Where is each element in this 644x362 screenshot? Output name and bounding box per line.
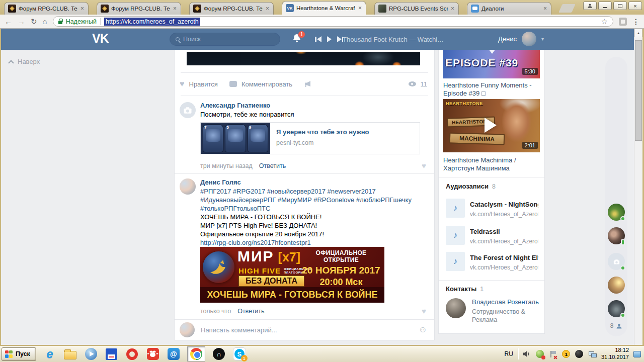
- tray-app-icon[interactable]: [575, 350, 584, 358]
- tab-rpg-events[interactable]: RPG-CLUB Events Screensh ×: [374, 2, 459, 15]
- internet-explorer-icon[interactable]: e: [43, 347, 57, 361]
- commenter-avatar[interactable]: [180, 178, 196, 195]
- mediaget-icon[interactable]: ∩: [212, 347, 226, 361]
- restore-button[interactable]: [613, 2, 627, 10]
- tab-close-icon[interactable]: ×: [80, 6, 85, 12]
- back-button[interactable]: ←: [5, 18, 12, 25]
- scrollbar-thumb[interactable]: [635, 40, 642, 141]
- like-button[interactable]: Нравится: [189, 80, 218, 88]
- friend-avatar[interactable]: [608, 227, 625, 244]
- vk-logo[interactable]: VK: [92, 31, 109, 46]
- bookmark-star-icon[interactable]: ☆: [601, 17, 608, 26]
- forward-button[interactable]: →: [18, 18, 25, 25]
- friend-avatar-placeholder[interactable]: [608, 253, 625, 270]
- show-desktop-button[interactable]: [633, 351, 641, 357]
- tab-close-icon[interactable]: ×: [265, 6, 270, 12]
- contact-avatar: [446, 298, 466, 318]
- comment-icon[interactable]: [229, 81, 237, 87]
- hashtag-line[interactable]: #ИдунановыйсерверРПГ #МируМИР #RPGonelov…: [200, 196, 412, 204]
- security-alert-flag-icon[interactable]: [549, 350, 557, 358]
- tray-clock[interactable]: 18:12 31.10.2017: [601, 347, 629, 361]
- back-to-top-link[interactable]: Наверх: [9, 58, 40, 65]
- hashtag-line[interactable]: #толькоРПГтолькоПТС: [200, 205, 270, 212]
- play-button[interactable]: [327, 36, 332, 42]
- contacts-section-header[interactable]: Контакты 1: [446, 285, 484, 293]
- comment-like-icon[interactable]: ♥: [422, 161, 426, 170]
- hashtag-line[interactable]: #РПГ2017 #RPG2017 #новыйсервер2017 #news…: [200, 188, 376, 195]
- emoji-smiley-icon[interactable]: ☺: [419, 325, 427, 335]
- reply-button[interactable]: Ответить: [259, 162, 286, 169]
- friends-online-count[interactable]: 8: [605, 322, 627, 329]
- comment-author[interactable]: Александр Гнатиенко: [200, 102, 270, 109]
- amigo-browser-icon[interactable]: @: [167, 347, 181, 361]
- friend-avatar[interactable]: [608, 204, 625, 221]
- link-attachment-card[interactable]: 7 5 9 Я уверен что тебе это нужно pesni-…: [200, 122, 420, 154]
- post-image[interactable]: [187, 52, 420, 65]
- scrollbar[interactable]: ▲: [634, 29, 642, 345]
- comment-button[interactable]: Комментировать: [242, 80, 292, 88]
- contact-name[interactable]: Владислав Розенталь: [472, 298, 539, 306]
- tab-dialogs[interactable]: Диалоги ×: [467, 2, 551, 15]
- reload-button[interactable]: ↻: [31, 18, 37, 25]
- tab-close-icon[interactable]: ×: [358, 5, 362, 11]
- video-thumbnail-1[interactable]: 5:30 EPISODE #39: [443, 50, 540, 78]
- gom-player-icon[interactable]: [146, 347, 160, 361]
- friend-avatar[interactable]: [608, 277, 625, 294]
- reply-button[interactable]: Ответить: [237, 308, 264, 315]
- audio-item[interactable]: ♪ Teldrassil vk.com/Heroes_of_Azeroth: [446, 226, 538, 245]
- contact-item[interactable]: Владислав Розенталь Сотрудничество & Рек…: [446, 298, 539, 324]
- share-megaphone-icon[interactable]: [304, 80, 312, 88]
- scroll-up-arrow[interactable]: ▲: [634, 29, 642, 37]
- now-playing-track[interactable]: Thousand Foot Krutch — Watching ...: [343, 36, 447, 43]
- comment-author[interactable]: Денис Голяс: [200, 178, 241, 186]
- tab-forum-rpg-3[interactable]: Форум RPG-CLUB. Тема: М ×: [189, 2, 274, 15]
- video-thumbnail-2[interactable]: HEARTHSTONE HEARTHSTONE MACHINIMA 2:01: [443, 99, 540, 152]
- user-menu[interactable]: Денис ▾: [498, 32, 544, 46]
- attachment-title[interactable]: Я уверен что тебе это нужно: [276, 128, 369, 136]
- comment-link[interactable]: http://rpg-club.org/ns2017hfcontestpr1: [200, 239, 311, 246]
- tab-vk-active[interactable]: VK Hearthstone & Warcraft | H ×: [282, 1, 366, 15]
- video-title[interactable]: Hearthstone Funny Moments - Episode #39 …: [443, 81, 541, 98]
- comment-like-icon[interactable]: ♥: [422, 307, 426, 315]
- tab-close-icon[interactable]: ×: [450, 6, 455, 12]
- antivirus-tray-icon[interactable]: [536, 350, 544, 358]
- update-alert-icon[interactable]: 1: [562, 350, 571, 358]
- volume-icon[interactable]: [523, 350, 531, 358]
- close-window-button[interactable]: ×: [628, 2, 642, 10]
- media-player-icon[interactable]: [84, 347, 98, 361]
- security-label[interactable]: Надежный: [66, 18, 97, 25]
- language-indicator[interactable]: RU: [505, 350, 513, 357]
- notifications-button[interactable]: 1: [292, 33, 305, 46]
- tab-close-icon[interactable]: ×: [173, 6, 177, 12]
- network-icon[interactable]: [588, 350, 597, 358]
- previous-track-button[interactable]: [315, 36, 321, 42]
- opera-icon[interactable]: [125, 347, 139, 361]
- floppy-save-icon[interactable]: [105, 347, 119, 361]
- video-title[interactable]: Hearthstone Machinima / Хартстоун Машини…: [443, 156, 541, 172]
- audio-item[interactable]: ♪ Cataclysm - NightSong vk.com/Heroes_of…: [446, 199, 538, 218]
- chrome-active-icon[interactable]: [187, 346, 205, 361]
- search-input[interactable]: Поиск: [170, 33, 280, 46]
- extension-icon[interactable]: [619, 18, 627, 26]
- address-bar[interactable]: Надежный https://vk.com/heroes_of_azerot…: [53, 16, 613, 27]
- comment-input[interactable]: Написать комментарий...: [201, 326, 413, 334]
- browser-tab-strip: Форум RPG-CLUB. Тема: R × Форум RPG-CLUB…: [0, 0, 644, 15]
- file-explorer-icon[interactable]: [63, 347, 77, 361]
- audio-section-header[interactable]: Аудиозаписи 8: [446, 183, 496, 190]
- tab-forum-rpg-2[interactable]: Форум RPG-CLUB. Тема: М ×: [97, 2, 181, 15]
- home-button[interactable]: ⌂: [43, 18, 47, 25]
- tab-close-icon[interactable]: ×: [543, 6, 547, 12]
- like-icon[interactable]: ♥: [180, 79, 185, 88]
- friend-avatar[interactable]: [608, 300, 625, 317]
- new-tab-button[interactable]: [558, 4, 576, 13]
- start-button[interactable]: Пуск: [2, 347, 36, 361]
- profile-button[interactable]: [583, 2, 597, 10]
- audio-item[interactable]: ♪ The Forest of Night Elves vk.com/Heroe…: [446, 252, 538, 271]
- tab-forum-rpg-1[interactable]: Форум RPG-CLUB. Тема: R ×: [4, 2, 89, 15]
- minimize-button[interactable]: [598, 2, 612, 10]
- skype-icon[interactable]: S1: [232, 347, 247, 361]
- browser-menu-icon[interactable]: ⋮: [632, 18, 639, 26]
- promo-banner-image[interactable]: МИР [x7] HIGH FIVE ОФИЦИАЛЬНАЯ ПЛАТФОРМА…: [200, 247, 384, 303]
- url-text-selected[interactable]: https://vk.com/heroes_of_azeroth: [104, 18, 200, 26]
- commenter-avatar-placeholder[interactable]: [180, 102, 196, 118]
